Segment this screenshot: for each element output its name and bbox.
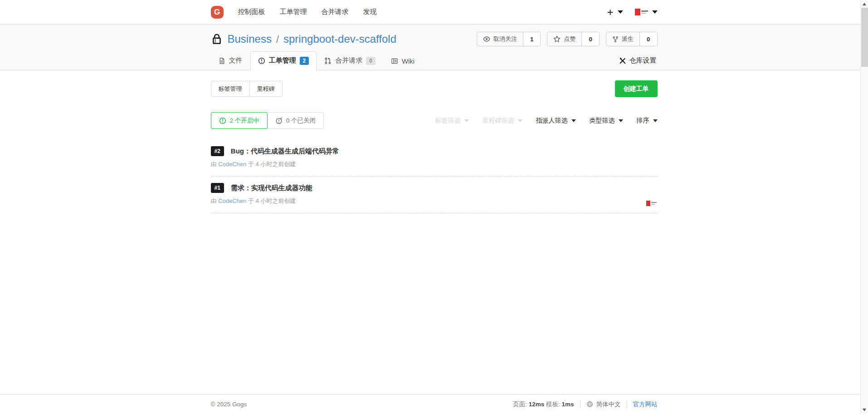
footer-divider <box>627 400 627 408</box>
page-footer: © 2025 Gogs 页面: 12ms 模板: 1ms 简体中文 官方网站 <box>0 394 868 414</box>
issue-number-badge: #1 <box>211 183 224 193</box>
top-navbar: G 控制面板 工单管理 合并请求 发现 + <box>0 0 868 25</box>
template-time-label: 模板: <box>546 400 560 409</box>
type-filter-label: 类型筛选 <box>590 117 615 125</box>
user-menu-caret-icon[interactable] <box>652 10 658 14</box>
issue-row: #2 Bug：代码生成器生成后端代码异常 由 CodeChen 于 4 小时之前… <box>211 140 658 177</box>
issue-meta-by: 由 <box>211 161 217 168</box>
issue-number-badge: #2 <box>211 146 224 156</box>
milestone-filter-label: 里程碑筛选 <box>483 117 514 125</box>
star-icon <box>553 35 561 43</box>
forks-count[interactable]: 0 <box>640 32 657 46</box>
closed-issues-label: 0 个已关闭 <box>286 117 316 125</box>
scrollbar-up-arrow[interactable] <box>863 3 866 5</box>
assignee-avatar[interactable] <box>646 201 657 206</box>
wiki-book-icon <box>391 58 398 64</box>
nav-issues[interactable]: 工单管理 <box>280 8 307 16</box>
chevron-down-icon <box>619 119 623 122</box>
issue-meta-created: 于 4 小时之前创建 <box>248 161 296 168</box>
assignee-filter-dropdown[interactable]: 指派人筛选 <box>536 117 576 125</box>
pull-request-icon <box>324 57 332 64</box>
issue-title-link[interactable]: 需求：实现代码生成器功能 <box>231 184 312 192</box>
globe-icon <box>586 401 593 408</box>
create-new-caret-icon[interactable] <box>618 10 623 14</box>
tab-issues[interactable]: 工单管理 2 <box>250 51 317 70</box>
copyright-text: © 2025 Gogs <box>211 401 247 408</box>
closed-issues-filter[interactable]: 0 个已关闭 <box>268 113 323 128</box>
nav-explore[interactable]: 发现 <box>363 8 377 16</box>
create-new-button[interactable]: + <box>607 7 613 18</box>
repo-name-link[interactable]: springboot-dev-scaffold <box>283 33 396 45</box>
sort-dropdown[interactable]: 排序 <box>637 117 658 125</box>
star-label: 点赞 <box>564 35 575 43</box>
labels-button[interactable]: 标签管理 <box>211 81 249 96</box>
issue-opened-icon <box>219 117 226 124</box>
eye-icon <box>483 35 490 43</box>
star-button[interactable]: 点赞 0 <box>547 32 600 46</box>
new-issue-button[interactable]: 创建工单 <box>615 80 658 97</box>
sort-label: 排序 <box>637 117 649 125</box>
issue-author-link[interactable]: CodeChen <box>218 161 246 168</box>
tab-files[interactable]: 文件 <box>211 51 250 70</box>
avatar-image <box>635 9 640 15</box>
footer-divider <box>580 400 580 408</box>
tab-issues-label: 工单管理 <box>269 56 296 65</box>
issue-title-link[interactable]: Bug：代码生成器生成后端代码异常 <box>231 147 339 156</box>
issue-row: #1 需求：实现代码生成器功能 由 CodeChen 于 4 小时之前创建 <box>211 177 658 213</box>
issue-closed-icon <box>275 117 283 124</box>
vertical-scrollbar[interactable] <box>860 0 868 414</box>
tab-wiki-label: Wiki <box>402 57 414 65</box>
chevron-down-icon <box>464 119 469 122</box>
language-selector[interactable]: 简体中文 <box>586 400 621 409</box>
tab-wiki[interactable]: Wiki <box>383 52 422 70</box>
labels-milestones-group: 标签管理 里程碑 <box>211 81 283 97</box>
repo-path-separator: / <box>276 34 279 45</box>
assignee-filter-label: 指派人筛选 <box>536 117 568 125</box>
unwatch-button[interactable]: 取消关注 1 <box>477 32 541 46</box>
repo-header: Business / springboot-dev-scaffold <box>0 25 868 70</box>
avatar-image-detail <box>641 10 648 14</box>
milestones-button[interactable]: 里程碑 <box>249 81 282 96</box>
nav-pull-requests[interactable]: 合并请求 <box>322 8 349 16</box>
watchers-count[interactable]: 1 <box>523 32 541 46</box>
gogs-logo-letter: G <box>214 8 220 17</box>
issue-opened-icon <box>258 57 265 64</box>
page-time-label: 页面: <box>513 400 527 409</box>
milestone-filter-dropdown: 里程碑筛选 <box>483 117 522 125</box>
pull-requests-count-badge: 0 <box>366 57 375 65</box>
type-filter-dropdown[interactable]: 类型筛选 <box>590 117 623 125</box>
user-avatar[interactable] <box>635 9 648 15</box>
chevron-down-icon <box>518 119 522 122</box>
stars-count[interactable]: 0 <box>582 32 599 46</box>
issues-main: 标签管理 里程碑 创建工单 2 个开启 <box>0 70 868 394</box>
page-time-value: 12ms <box>529 401 545 408</box>
tools-icon <box>619 57 626 64</box>
repo-settings-label: 仓库设置 <box>629 56 657 65</box>
fork-icon <box>612 36 619 43</box>
repo-owner-link[interactable]: Business <box>228 33 272 45</box>
official-site-link[interactable]: 官方网站 <box>633 400 658 409</box>
file-icon <box>219 57 225 64</box>
label-filter-label: 标签筛选 <box>435 117 461 125</box>
avatar-image <box>646 201 650 206</box>
fork-label: 派生 <box>622 35 634 43</box>
scrollbar-thumb[interactable] <box>861 8 868 67</box>
gogs-logo[interactable]: G <box>211 6 224 19</box>
issue-list: #2 Bug：代码生成器生成后端代码异常 由 CodeChen 于 4 小时之前… <box>211 140 658 213</box>
issue-meta-created: 于 4 小时之前创建 <box>248 197 296 204</box>
tab-pull-requests-label: 合并请求 <box>335 56 362 65</box>
issue-author-link[interactable]: CodeChen <box>218 197 246 204</box>
scrollbar-down-arrow[interactable] <box>863 409 866 411</box>
chevron-down-icon <box>653 119 658 122</box>
label-filter-dropdown: 标签筛选 <box>435 117 469 125</box>
nav-dashboard[interactable]: 控制面板 <box>238 8 265 16</box>
chevron-down-icon <box>571 119 576 122</box>
open-issues-filter[interactable]: 2 个开启中 <box>211 112 268 129</box>
issues-count-badge: 2 <box>300 57 309 65</box>
template-time-value: 1ms <box>561 401 574 408</box>
gogs-issues-page: G 控制面板 工单管理 合并请求 发现 + <box>0 0 868 414</box>
open-closed-switch: 2 个开启中 0 个已关闭 <box>211 112 324 129</box>
fork-button[interactable]: 派生 0 <box>606 32 658 46</box>
repo-settings-button[interactable]: 仓库设置 <box>612 52 658 70</box>
tab-pull-requests[interactable]: 合并请求 0 <box>317 51 383 70</box>
